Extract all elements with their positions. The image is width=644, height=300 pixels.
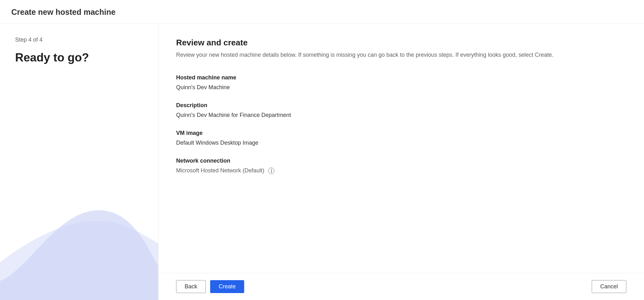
review-value-network: Microsoft Hosted Network (Default) [176, 167, 626, 174]
page-title: Create new hosted machine [11, 8, 633, 17]
review-label-network: Network connection [176, 158, 626, 164]
review-label-description: Description [176, 102, 626, 109]
page-body: Step 4 of 4 Ready to go? Review and crea… [0, 24, 644, 300]
step-title: Ready to go? [15, 51, 143, 65]
review-item-network: Network connection Microsoft Hosted Netw… [176, 158, 626, 174]
content-title: Review and create [176, 38, 626, 48]
review-item-description: Description Quinn's Dev Machine for Fina… [176, 102, 626, 118]
svg-point-0 [271, 169, 272, 170]
review-item-name: Hosted machine name Quinn's Dev Machine [176, 74, 626, 91]
wizard-content: Review and create Review your new hosted… [158, 24, 644, 273]
page-header: Create new hosted machine [0, 0, 644, 24]
footer-left: Back Create [176, 280, 244, 293]
wizard-sidebar: Step 4 of 4 Ready to go? [0, 24, 158, 300]
review-value-vmimage: Default Windows Desktop Image [176, 140, 626, 146]
step-indicator: Step 4 of 4 [15, 37, 143, 43]
content-subtitle: Review your new hosted machine details b… [176, 51, 626, 59]
review-label-name: Hosted machine name [176, 74, 626, 81]
svg-rect-1 [271, 170, 272, 172]
info-icon[interactable] [268, 168, 274, 174]
create-button[interactable]: Create [210, 280, 244, 293]
wave-illustration [0, 180, 158, 300]
review-value-network-text: Microsoft Hosted Network (Default) [176, 167, 264, 174]
review-value-description: Quinn's Dev Machine for Finance Departme… [176, 112, 626, 118]
cancel-button[interactable]: Cancel [592, 280, 626, 293]
review-value-name: Quinn's Dev Machine [176, 84, 626, 91]
review-label-vmimage: VM image [176, 130, 626, 136]
wizard-main: Review and create Review your new hosted… [158, 24, 644, 300]
review-item-vmimage: VM image Default Windows Desktop Image [176, 130, 626, 146]
footer-right: Cancel [592, 280, 626, 293]
wizard-footer: Back Create Cancel [158, 273, 644, 300]
back-button[interactable]: Back [176, 280, 206, 293]
